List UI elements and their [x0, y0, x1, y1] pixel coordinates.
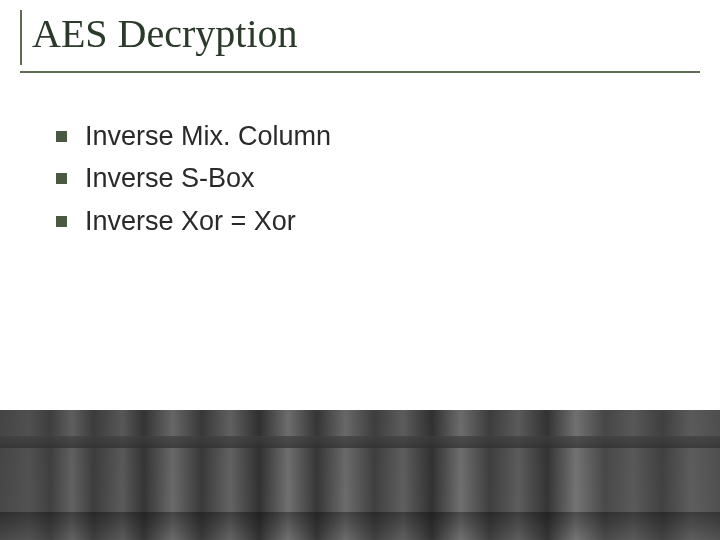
slide: AES Decryption Inverse Mix. Column Inver…: [0, 0, 720, 540]
list-item: Inverse S-Box: [56, 160, 680, 196]
list-item: Inverse Xor = Xor: [56, 203, 680, 239]
body-list: Inverse Mix. Column Inverse S-Box Invers…: [56, 118, 680, 245]
decorative-shadow: [0, 512, 720, 540]
title-container: AES Decryption: [20, 6, 700, 73]
slide-title: AES Decryption: [20, 6, 700, 59]
square-bullet-icon: [56, 216, 67, 227]
background-strip: [0, 410, 720, 540]
list-item-text: Inverse Xor = Xor: [85, 203, 296, 239]
square-bullet-icon: [56, 173, 67, 184]
decorative-line: [0, 436, 720, 448]
square-bullet-icon: [56, 131, 67, 142]
list-item-text: Inverse S-Box: [85, 160, 255, 196]
list-item: Inverse Mix. Column: [56, 118, 680, 154]
list-item-text: Inverse Mix. Column: [85, 118, 331, 154]
